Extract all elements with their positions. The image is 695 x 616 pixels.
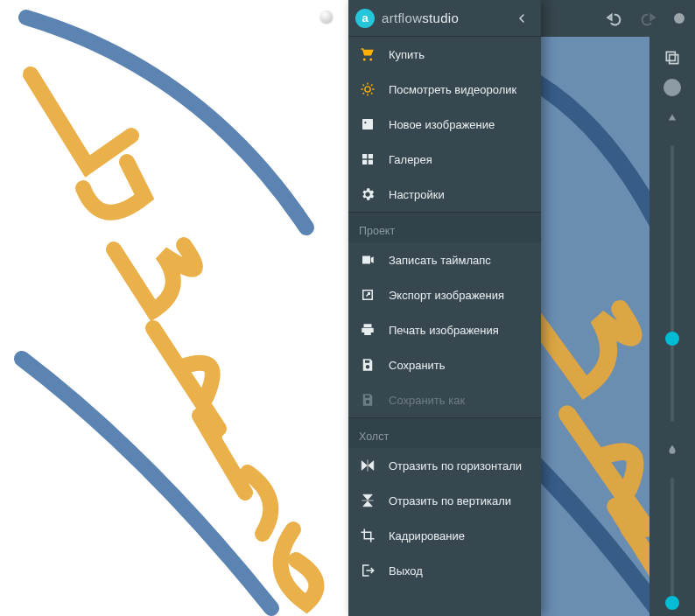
app-canvas-area	[541, 0, 695, 616]
redo-button[interactable]	[639, 9, 658, 28]
slider-thumb-opacity[interactable]	[665, 596, 679, 610]
brush-size-slider[interactable]	[649, 138, 695, 429]
menu-item-save-as: Сохранить как	[348, 382, 541, 417]
menu-label: Печать изображения	[389, 324, 530, 337]
opacity-slider[interactable]	[649, 471, 695, 616]
brand-light: artflow	[382, 10, 422, 25]
crop-icon	[359, 527, 376, 544]
menu-item-watch-video[interactable]: Посмотреть видеоролик	[348, 72, 541, 107]
sun-gear-icon	[359, 80, 376, 98]
menu-item-timelapse[interactable]: Записать таймлапс	[348, 242, 541, 277]
menu-label: Сохранить	[389, 359, 530, 372]
status-dot-icon	[674, 13, 684, 24]
menu-item-crop[interactable]: Кадрирование	[348, 518, 541, 553]
image-plus-icon	[359, 116, 376, 133]
opacity-icon	[660, 438, 684, 462]
slider-track-size	[670, 145, 674, 422]
export-icon	[359, 286, 376, 304]
section-label-project: Проект	[348, 212, 541, 242]
corner-dot-icon	[320, 10, 333, 23]
save-icon	[359, 356, 376, 374]
menu-item-exit[interactable]: Выход	[348, 553, 541, 588]
menu-label: Купить	[389, 48, 530, 61]
menu-label: Кадрирование	[389, 529, 530, 542]
chevron-left-icon	[515, 11, 529, 25]
grid-icon	[359, 150, 376, 168]
slider-track-opacity	[670, 478, 674, 609]
workspace-drawing	[541, 37, 649, 616]
size-up-icon	[660, 105, 684, 130]
app-screen: a artflowstudio Купить Посмотреть видеор	[348, 0, 695, 616]
gear-icon	[359, 186, 376, 203]
app-logo-icon: a	[355, 9, 375, 28]
exit-icon	[359, 562, 376, 579]
menu-item-gallery[interactable]: Галерея	[348, 142, 541, 177]
menu-item-settings[interactable]: Настройки	[348, 177, 541, 212]
brand-bold: studio	[422, 10, 459, 25]
menu-label: Новое изображение	[389, 118, 530, 131]
menu-label: Настройки	[389, 188, 530, 201]
drawer-header: a artflowstudio	[348, 0, 541, 37]
workspace-canvas[interactable]	[541, 37, 649, 616]
menu-label: Экспорт изображения	[389, 289, 530, 302]
slider-thumb-size[interactable]	[665, 332, 679, 346]
app-brand: artflowstudio	[382, 10, 502, 25]
cart-icon	[359, 46, 376, 63]
left-canvas-preview	[0, 0, 348, 616]
menu-label: Выход	[389, 564, 530, 578]
main-menu-drawer: a artflowstudio Купить Посмотреть видеор	[348, 0, 541, 616]
menu-item-buy[interactable]: Купить	[348, 37, 541, 72]
top-toolbar	[541, 0, 695, 37]
menu-label: Галерея	[389, 153, 530, 166]
save-as-icon	[359, 391, 376, 409]
right-toolbar	[649, 37, 695, 616]
drawer-scroll: Купить Посмотреть видеоролик Новое изобр…	[348, 37, 541, 616]
printer-icon	[359, 321, 376, 339]
menu-label: Посмотреть видеоролик	[389, 83, 530, 96]
layers-button[interactable]	[660, 46, 684, 70]
menu-label: Отразить по горизонтали	[389, 459, 530, 472]
menu-label: Записать таймлапс	[389, 254, 530, 267]
menu-item-new-image[interactable]: Новое изображение	[348, 107, 541, 142]
svg-point-0	[365, 87, 370, 92]
undo-button[interactable]	[604, 9, 623, 28]
drawing-preview	[0, 0, 348, 616]
menu-item-save[interactable]: Сохранить	[348, 347, 541, 382]
flip-h-icon	[359, 457, 376, 474]
menu-label: Отразить по вертикали	[389, 494, 530, 508]
menu-item-flip-horizontal[interactable]: Отразить по горизонтали	[348, 448, 541, 483]
menu-item-flip-vertical[interactable]: Отразить по вертикали	[348, 483, 541, 518]
flip-v-icon	[359, 492, 376, 509]
menu-item-print[interactable]: Печать изображения	[348, 312, 541, 347]
camera-icon	[359, 251, 376, 269]
section-label-canvas: Холст	[348, 417, 541, 448]
menu-item-export[interactable]: Экспорт изображения	[348, 277, 541, 312]
color-indicator[interactable]	[663, 79, 681, 96]
menu-label: Сохранить как	[389, 394, 530, 407]
collapse-menu-button[interactable]	[509, 6, 534, 31]
